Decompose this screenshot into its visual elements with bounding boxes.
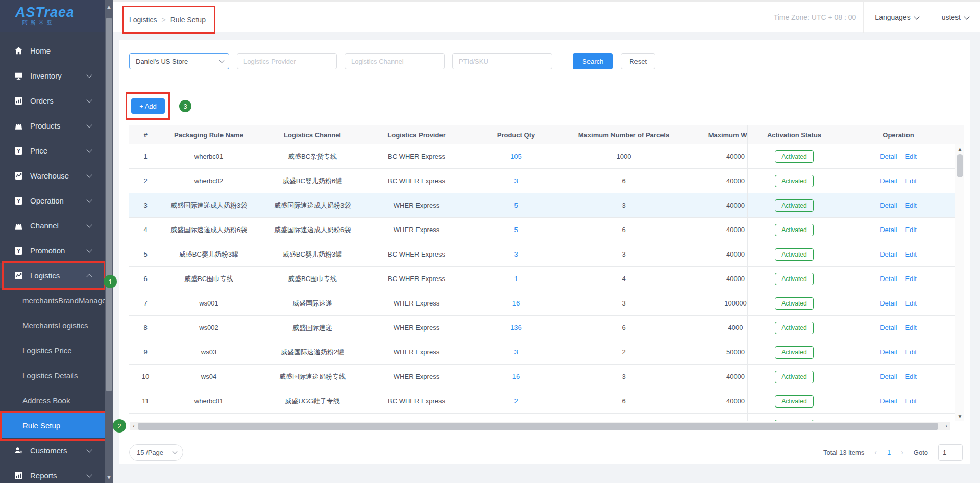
yen-icon: ¥ xyxy=(14,246,23,255)
sidebar-item-reports[interactable]: Reports xyxy=(0,463,105,483)
sidebar-subitem-rule-setup[interactable]: Rule Setup xyxy=(0,413,105,438)
cell-index: 5 xyxy=(129,242,162,266)
sidebar-item-operation[interactable]: ¥Operation xyxy=(0,188,105,213)
sidebar-item-customers[interactable]: Customers xyxy=(0,438,105,463)
sidebar-item-products[interactable]: Products xyxy=(0,113,105,138)
chevron-down-icon xyxy=(86,72,92,78)
scrollbar-up-icon[interactable]: ▲ xyxy=(955,145,964,154)
sidebar-subitem-logistics-price[interactable]: Logistics Price xyxy=(0,338,105,363)
product-qty-link[interactable]: 3 xyxy=(514,348,518,356)
sidebar-item-home[interactable]: Home xyxy=(0,38,105,63)
logistics-channel-input[interactable] xyxy=(345,53,445,69)
detail-link[interactable]: Detail xyxy=(880,299,897,307)
scrollbar-up-icon[interactable]: ▲ xyxy=(105,2,113,11)
product-qty-link[interactable]: 105 xyxy=(510,152,522,160)
sidebar-subitem-address-book[interactable]: Address Book xyxy=(0,388,105,413)
product-qty-link[interactable]: 3 xyxy=(514,177,518,185)
goto-page-input[interactable] xyxy=(938,444,963,461)
sidebar-scrollbar-thumb[interactable] xyxy=(106,18,112,391)
detail-link[interactable]: Detail xyxy=(880,348,897,356)
edit-link[interactable]: Edit xyxy=(905,299,916,307)
detail-link[interactable]: Detail xyxy=(880,275,897,283)
languages-dropdown[interactable]: Languages xyxy=(863,2,929,33)
page-size-select[interactable]: 15 /Page xyxy=(129,444,183,461)
column-header: Maximum Number of Parcels xyxy=(568,125,679,144)
product-qty-link[interactable]: 5 xyxy=(514,201,518,209)
cell-max-parcels: 3 xyxy=(568,365,679,389)
product-qty-link[interactable]: 16 xyxy=(512,373,520,380)
table-horizontal-scrollbar[interactable]: ‹ › xyxy=(130,422,950,430)
product-qty-link[interactable]: 5 xyxy=(514,226,518,234)
product-qty-link[interactable]: 16 xyxy=(512,299,520,307)
scrollbar-right-icon[interactable]: › xyxy=(942,422,950,430)
detail-link[interactable]: Detail xyxy=(880,373,897,380)
detail-link[interactable]: Detail xyxy=(880,397,897,405)
edit-link[interactable]: Edit xyxy=(905,373,916,380)
status-badge: Activated xyxy=(775,297,813,310)
cell-max-weight: 50000 xyxy=(679,340,747,364)
search-button[interactable]: Search xyxy=(573,53,613,69)
cell-operation: DetailEdit xyxy=(841,365,956,389)
product-qty-link[interactable]: 2 xyxy=(514,397,518,405)
bag-icon xyxy=(14,221,23,230)
edit-link[interactable]: Edit xyxy=(905,201,916,209)
product-qty-link[interactable]: 3 xyxy=(514,250,518,258)
product-qty-link[interactable]: 136 xyxy=(510,324,522,332)
ptid-sku-input[interactable] xyxy=(452,53,552,69)
row-fixed-cells: ActivatedDetailEdit xyxy=(747,144,955,168)
detail-link[interactable]: Detail xyxy=(880,201,897,209)
sidebar-item-promotion[interactable]: ¥Promotion xyxy=(0,238,105,263)
cell-max-parcels xyxy=(568,414,679,421)
scrollbar-down-icon[interactable]: ▼ xyxy=(105,473,113,482)
chevron-down-icon xyxy=(86,97,92,103)
vertical-scrollbar-thumb[interactable] xyxy=(957,154,963,177)
reset-button[interactable]: Reset xyxy=(621,53,655,69)
cell-operation: DetailEdit xyxy=(841,340,956,364)
scrollbar-down-icon[interactable]: ▼ xyxy=(955,413,964,421)
sidebar-item-channel[interactable]: Channel xyxy=(0,213,105,238)
detail-link[interactable]: Detail xyxy=(880,324,897,332)
table-row: 4威盛国际速递成人奶粉6袋威盛国际速递成人奶粉6袋WHER Express564… xyxy=(129,218,964,242)
chevron-down-icon xyxy=(86,197,92,202)
scrollbar-left-icon[interactable]: ‹ xyxy=(130,422,138,430)
sidebar-subitem-merchantsbrandmanage[interactable]: merchantsBrandManage xyxy=(0,288,105,313)
status-badge: Activated xyxy=(775,322,813,334)
sidebar-item-price[interactable]: ¥Price xyxy=(0,138,105,163)
logistics-provider-input[interactable] xyxy=(237,53,337,69)
sidebar-item-label: Customers xyxy=(30,446,87,455)
sidebar-item-logistics[interactable]: Logistics xyxy=(0,263,105,288)
sidebar-subitem-logistics-details[interactable]: Logistics Details xyxy=(0,363,105,388)
edit-link[interactable]: Edit xyxy=(905,177,916,185)
sidebar-item-inventory[interactable]: Inventory xyxy=(0,63,105,88)
sidebar-subitem-merchantslogistics[interactable]: MerchantsLogistics xyxy=(0,313,105,338)
store-select[interactable]: Daniel's US Store xyxy=(129,53,229,69)
sidebar-scrollbar[interactable]: ▲ ▼ xyxy=(105,0,113,483)
product-qty-link[interactable]: 1 xyxy=(514,275,518,283)
edit-link[interactable]: Edit xyxy=(905,348,916,356)
prev-page-button[interactable]: ‹ xyxy=(874,448,877,456)
column-header: Logistics Provider xyxy=(369,125,464,144)
detail-link[interactable]: Detail xyxy=(880,250,897,258)
user-dropdown[interactable]: ustest xyxy=(930,2,980,33)
sidebar-item-warehouse[interactable]: Warehouse xyxy=(0,163,105,188)
edit-link[interactable]: Edit xyxy=(905,324,916,332)
edit-link[interactable]: Edit xyxy=(905,250,916,258)
sidebar-item-orders[interactable]: Orders xyxy=(0,88,105,113)
detail-link[interactable]: Detail xyxy=(880,152,897,160)
add-button[interactable]: + Add xyxy=(131,98,165,114)
edit-link[interactable]: Edit xyxy=(905,226,916,234)
edit-link[interactable]: Edit xyxy=(905,397,916,405)
horizontal-scrollbar-thumb[interactable] xyxy=(138,423,938,430)
cell-product-qty: 5 xyxy=(464,193,568,217)
edit-link[interactable]: Edit xyxy=(905,152,916,160)
cell-max-weight: 4000 xyxy=(679,316,747,340)
edit-link[interactable]: Edit xyxy=(905,275,916,283)
cell-index: 10 xyxy=(129,365,162,389)
next-page-button[interactable]: › xyxy=(901,448,903,456)
cell-rule-name: 威盛BC婴儿奶粉3罐 xyxy=(162,242,256,266)
breadcrumb-section[interactable]: Logistics xyxy=(129,16,157,24)
detail-link[interactable]: Detail xyxy=(880,226,897,234)
detail-link[interactable]: Detail xyxy=(880,177,897,185)
table-vertical-scrollbar[interactable]: ▲ ▼ xyxy=(955,144,964,421)
page-number[interactable]: 1 xyxy=(887,449,891,456)
